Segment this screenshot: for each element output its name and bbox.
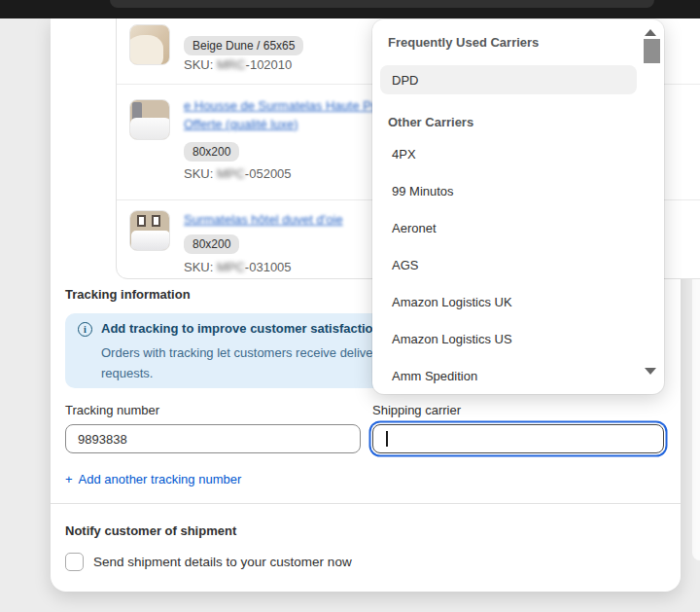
carrier-option[interactable]: 4PX	[372, 135, 664, 172]
carrier-option[interactable]: Amazon Logistics US	[372, 320, 664, 357]
scrollbar-thumb[interactable]	[644, 39, 660, 63]
product-thumbnail	[129, 210, 170, 251]
sku-redacted: MPC	[217, 166, 245, 181]
notify-customer-heading: Notify customer of shipment	[65, 523, 236, 538]
carrier-option[interactable]: AGS	[372, 246, 664, 283]
sku-redacted: MPC	[217, 260, 245, 274]
product-thumbnail	[129, 99, 170, 140]
scroll-up-arrow-icon[interactable]	[645, 29, 656, 36]
shipping-carrier-input[interactable]	[372, 424, 664, 453]
product-thumbnail	[129, 24, 170, 65]
carrier-option[interactable]: Aeronet	[372, 209, 664, 246]
tracking-information-heading: Tracking information	[65, 287, 191, 302]
plus-icon: +	[65, 472, 73, 486]
notify-checkbox-label: Send shipment details to your customer n…	[93, 555, 352, 569]
add-tracking-number-link[interactable]: +Add another tracking number	[65, 472, 241, 486]
shipping-carrier-label: Shipping carrier	[372, 403, 461, 417]
tracking-number-label: Tracking number	[65, 403, 159, 417]
variant-badge: 80x200	[184, 234, 239, 254]
product-sku: SKU: MPC-052005	[184, 166, 292, 181]
product-sku: SKU: MPC-031005	[184, 260, 292, 274]
variant-badge: Beige Dune / 65x65	[184, 36, 303, 55]
variant-badge: 80x200	[184, 142, 239, 162]
section-divider	[51, 503, 681, 504]
carrier-option[interactable]: 99 Minutos	[372, 172, 664, 209]
text-caret	[386, 431, 388, 447]
tracking-number-input[interactable]	[65, 424, 361, 453]
notify-checkbox[interactable]	[65, 553, 84, 571]
scroll-down-arrow-icon[interactable]	[645, 368, 656, 375]
carrier-option-dpd[interactable]: DPD	[380, 65, 637, 94]
info-icon: i	[78, 322, 92, 337]
carrier-option[interactable]: Amazon Logistics UK	[372, 283, 664, 320]
carrier-option[interactable]: Amm Spedition	[372, 357, 664, 394]
browser-address-bar[interactable]	[110, 0, 654, 8]
product-sku: SKU: MRC-102010	[184, 57, 292, 72]
sku-redacted: MRC	[217, 57, 246, 72]
browser-topbar	[0, 0, 700, 18]
dropdown-section-other: Other Carriers	[388, 115, 664, 130]
shipping-carrier-dropdown: Frequently Used Carriers DPD Other Carri…	[372, 19, 664, 394]
dropdown-section-frequent: Frequently Used Carriers	[388, 35, 664, 51]
